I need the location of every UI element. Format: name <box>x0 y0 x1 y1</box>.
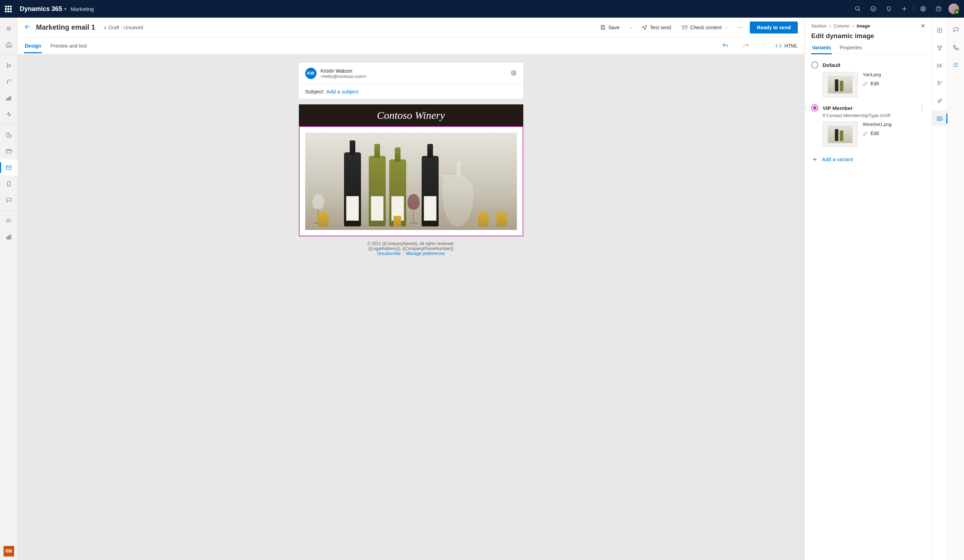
user-avatar[interactable] <box>948 3 959 14</box>
svg-point-41 <box>937 65 938 66</box>
variants-list: Default Yard.png Edit <box>805 54 931 171</box>
radio-unchecked-icon[interactable] <box>811 62 818 68</box>
html-view-button[interactable]: HTML <box>775 43 798 49</box>
assist-chat-icon[interactable] <box>948 22 964 37</box>
drag-handle-icon[interactable]: ⋮⋮ <box>805 106 811 112</box>
tool-elements-icon[interactable] <box>932 40 948 56</box>
nav-assets-icon[interactable] <box>0 143 18 159</box>
designer-tabs: Design Preview and test HTML <box>18 37 804 54</box>
nav-library-icon[interactable] <box>0 213 18 229</box>
back-button[interactable] <box>24 23 31 31</box>
svg-rect-46 <box>937 117 942 121</box>
status-text: Draft - Unsaved <box>109 25 143 30</box>
lightbulb-icon[interactable] <box>881 0 897 18</box>
nav-segments-icon[interactable] <box>0 90 18 106</box>
test-send-button[interactable]: Test send <box>639 22 674 32</box>
email-banner[interactable]: Contoso Winery <box>299 104 523 126</box>
add-variant-button[interactable]: ＋ Add a variant <box>805 151 931 167</box>
save-button[interactable]: Save <box>597 22 622 32</box>
variant-thumbnail[interactable] <box>822 72 858 97</box>
center-area: Marketing email 1 Draft - Unsaved Save ⌄… <box>18 18 804 560</box>
check-content-button[interactable]: Check content ⌄ <box>679 22 731 32</box>
tool-styles-icon[interactable] <box>932 93 948 109</box>
crumb-section[interactable]: Section <box>811 23 826 29</box>
area-switcher-badge[interactable]: RM <box>3 546 14 557</box>
email-canvas[interactable]: KW Kristin Watson <hello@contoso.com> Su… <box>18 54 804 560</box>
designer-tool-rail <box>931 18 947 560</box>
assist-tasks-icon[interactable] <box>948 57 964 73</box>
radio-checked-icon[interactable] <box>811 104 818 112</box>
svg-point-30 <box>513 72 515 74</box>
nav-reports-icon[interactable] <box>0 229 18 245</box>
manage-preferences-link[interactable]: Manage preferences <box>406 251 445 256</box>
redo-icon[interactable] <box>739 39 752 52</box>
edit-variant-button[interactable]: Edit <box>863 130 892 136</box>
assist-phone-icon[interactable] <box>948 39 964 55</box>
tab-properties[interactable]: Properties <box>839 41 863 54</box>
svg-point-5 <box>922 8 924 10</box>
sender-address: <hello@contoso.com> <box>321 74 366 79</box>
help-icon[interactable] <box>931 0 946 18</box>
ready-to-send-button[interactable]: Ready to send <box>750 21 798 34</box>
crumb-column[interactable]: Column <box>834 23 850 29</box>
product-name[interactable]: Dynamics 365 <box>20 5 62 13</box>
svg-point-40 <box>937 64 938 65</box>
unsubscribe-link[interactable]: Unsubscribe <box>377 251 401 256</box>
nav-triggers-icon[interactable] <box>0 106 18 122</box>
tool-personalize-icon[interactable] <box>932 75 948 91</box>
tab-variants[interactable]: Variants <box>811 41 832 54</box>
svg-point-35 <box>940 46 942 48</box>
nav-play-icon[interactable] <box>0 57 18 74</box>
svg-point-36 <box>939 49 940 50</box>
settings-icon[interactable] <box>915 0 931 18</box>
footer-line1: © 2021 {{CompanyName}}. All rights reser… <box>299 241 523 246</box>
nav-chat-icon[interactable] <box>0 192 18 208</box>
task-check-icon[interactable] <box>866 0 881 18</box>
variant-more-icon[interactable]: ⋮ <box>919 104 925 112</box>
hero-image-placeholder <box>305 133 517 230</box>
svg-point-43 <box>938 81 940 83</box>
nav-mobile-icon[interactable] <box>0 175 18 192</box>
edit-label: Edit <box>871 130 879 136</box>
variant-thumbnail[interactable] <box>822 122 858 147</box>
add-subject-link[interactable]: Add a subject <box>326 89 358 94</box>
nav-journey-icon[interactable] <box>0 74 18 90</box>
subject-label: Subject: <box>305 89 324 94</box>
html-label: HTML <box>784 43 798 49</box>
email-settings-icon[interactable] <box>511 70 517 77</box>
edit-variant-button[interactable]: Edit <box>863 81 881 86</box>
edit-label: Edit <box>871 81 879 86</box>
nav-analytics-icon[interactable] <box>0 127 18 143</box>
save-chevron[interactable]: ⌄ <box>627 23 634 31</box>
close-panel-button[interactable]: ✕ <box>921 23 925 29</box>
tool-list-icon[interactable] <box>932 58 948 73</box>
variant-default[interactable]: Default Yard.png Edit <box>805 58 931 101</box>
variant-vip-member[interactable]: ⋮⋮ ⋮ VIP Member If Contact.MembershipTyp… <box>805 101 931 151</box>
add-icon[interactable] <box>897 0 912 18</box>
search-icon[interactable] <box>850 0 866 18</box>
subject-row[interactable]: Subject: Add a subject <box>299 84 523 99</box>
more-commands-button[interactable]: ⋯ <box>735 23 745 32</box>
svg-point-2 <box>871 6 876 11</box>
tool-add-icon[interactable] <box>932 23 948 38</box>
variant-condition: If Contact.MembershipType.IsVIP <box>822 113 925 118</box>
tab-design[interactable]: Design <box>24 39 42 53</box>
svg-rect-14 <box>10 97 11 101</box>
selected-image-block[interactable] <box>299 126 523 236</box>
left-nav-rail: RM <box>0 18 18 560</box>
hamburger-icon[interactable] <box>0 21 18 37</box>
svg-marker-11 <box>7 63 11 68</box>
tool-image-icon[interactable] <box>932 111 948 126</box>
svg-rect-29 <box>682 26 687 29</box>
chevron-right-icon: › <box>829 23 830 29</box>
nav-email-icon[interactable] <box>0 159 18 175</box>
undo-icon[interactable] <box>719 39 732 52</box>
tab-preview[interactable]: Preview and test <box>50 39 88 53</box>
area-name[interactable]: Marketing <box>70 6 94 12</box>
panel-tabs: Variants Properties <box>805 41 931 54</box>
page-title: Marketing email 1 <box>36 23 95 31</box>
svg-point-34 <box>938 46 939 48</box>
home-icon[interactable] <box>0 37 18 53</box>
app-launcher-icon[interactable] <box>5 6 13 12</box>
chevron-down-icon[interactable]: ▾ <box>64 7 66 11</box>
